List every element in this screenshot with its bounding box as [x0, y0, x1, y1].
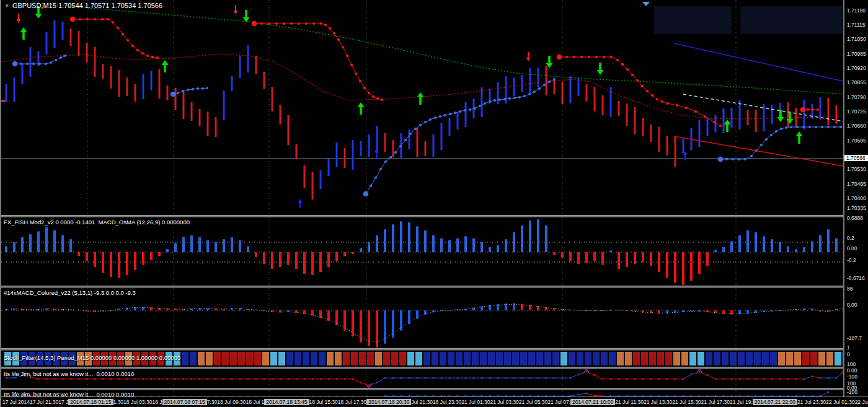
hist-bar [489, 305, 491, 310]
bull-bar [46, 32, 48, 55]
hist-bar [118, 252, 120, 278]
hist-bar [190, 235, 193, 252]
buy-signal-arrow-icon-head [796, 131, 803, 136]
bear-bar [755, 110, 757, 132]
blue-trailing-stop-dot [38, 63, 41, 65]
bear-bar [562, 82, 564, 104]
panel-divider[interactable] [1, 388, 868, 390]
stoch-filter-cell [528, 352, 535, 365]
hist-bar [360, 310, 362, 343]
hist-bar [440, 239, 443, 252]
hist-bar [287, 252, 290, 265]
bear-bar [167, 85, 169, 100]
bull-bar [457, 112, 459, 129]
bull-bar [433, 134, 435, 157]
price-axis-label: 100 [847, 361, 856, 367]
stoch-filter-cell [190, 352, 197, 365]
main-price-panel[interactable]: ▼ GBPUSD,M15 1.70544 1.70571 1.70534 1.7… [1, 0, 843, 215]
bull-bar [62, 22, 64, 40]
trendline[interactable] [674, 136, 843, 166]
bear-bar [264, 72, 265, 89]
red-trailing-stop-dot [312, 22, 315, 25]
hist-bar [376, 235, 378, 252]
bear-bar [836, 105, 838, 124]
bull-bar [352, 140, 354, 170]
hist-bar [142, 252, 144, 265]
bear-bar [118, 70, 120, 97]
bull-bar [151, 71, 153, 90]
stoch-filter-cell [794, 352, 801, 365]
blue-trailing-stop-dot [484, 102, 486, 105]
stoch-filter-cell [786, 352, 793, 365]
blue-trailing-stop-dot [548, 81, 551, 83]
blue-trailing-stop-dot [454, 112, 456, 114]
hist-bar [86, 252, 88, 261]
stoch-filter-cell [520, 352, 527, 365]
hist-bar [263, 310, 265, 311]
symbol-dropdown-icon[interactable]: ▼ [4, 3, 9, 9]
bear-bar [554, 79, 556, 94]
hist-bar [206, 240, 209, 252]
step-line [353, 379, 361, 383]
blue-trailing-stop-dot [821, 126, 823, 128]
red-trailing-stop-dot [141, 52, 144, 55]
hist-bar [392, 224, 394, 252]
time-axis[interactable]: 17 Jul 201417 Jul 21:3017 J2014.07.18 01… [1, 396, 868, 407]
bull-bar [529, 68, 531, 93]
time-axis-label: Jul 21:30 [411, 399, 433, 405]
blue-trailing-stop-dot [192, 88, 194, 90]
blue-trailing-stop-dot [785, 126, 787, 129]
bull-bar [320, 170, 322, 189]
bear-bar [159, 69, 161, 98]
hist-bar [319, 310, 322, 318]
bear-bar [546, 66, 547, 95]
hist-bar [416, 310, 418, 318]
red-trailing-stop-dot [573, 56, 575, 58]
hist-bar [158, 308, 161, 310]
blue-trailing-stop-dot [469, 108, 471, 111]
price-axis[interactable]: 1.711801.711151.710501.709851.709201.708… [843, 0, 868, 396]
stoch-filter-cell [407, 352, 414, 365]
hist-bar [585, 252, 588, 263]
red-trailing-stop-dot [376, 97, 379, 100]
its-life-jim-panel-1[interactable]: Its life Jim, but not as we know it... 0… [1, 369, 843, 388]
panel-divider[interactable] [1, 215, 868, 217]
trendline[interactable] [674, 43, 843, 81]
price-bars [6, 20, 844, 199]
hist-bar [763, 236, 765, 252]
price-axis-label: 1.71050 [847, 36, 866, 42]
hist-bar [150, 252, 153, 260]
panel-divider[interactable] [1, 348, 868, 351]
panel-divider[interactable] [1, 286, 868, 288]
blue-trailing-stop-dot [404, 139, 407, 141]
hist-bar [360, 248, 362, 252]
hist-bar [255, 252, 257, 257]
stoch-filter-cell [625, 352, 632, 365]
red-trailing-stop-dot [94, 18, 96, 20]
panel-divider[interactable] [1, 367, 868, 369]
fx-fish-macd-osma-panel[interactable]: FX_FISH Mod2_v2 0.0000 -0.1401 MACD_OsMA… [1, 217, 843, 286]
hist-bar [771, 239, 773, 252]
scroll-position-triangle-icon[interactable] [642, 2, 650, 6]
blue-trailing-stop-dot [464, 109, 466, 112]
stoch-filter-cell [496, 352, 503, 365]
stoch-filter-cell [254, 352, 261, 365]
stoch-filter-cell [278, 352, 285, 365]
stoch-filter-cell [544, 352, 551, 365]
time-axis-label: 18 Jul 23:30 [433, 399, 461, 405]
red-trailing-stop-dot [694, 110, 697, 113]
macd-colored-panel[interactable]: #14xMACD_Colored_v22 (5,13,1) -9.3 0.0 0… [1, 288, 843, 348]
blue-trailing-stop-dot [389, 156, 392, 159]
step-line [707, 375, 715, 379]
bear-bar [586, 84, 588, 102]
bull-bar [699, 120, 701, 147]
red-trailing-stop-dot [817, 108, 819, 111]
hist-bar [247, 246, 249, 252]
hist-bar [746, 230, 749, 252]
stoch-filter-cell [391, 352, 398, 365]
time-axis-label: 21 Jul 15:30 [672, 399, 701, 405]
stoch-filter-cell [504, 352, 511, 365]
stoch-filter-cell [770, 352, 777, 365]
stoch-filter-panel[interactable]: Stoch_Filter(14,5,3) Period_M15 0.00000 … [1, 351, 843, 367]
blue-trailing-stop-dot [725, 158, 728, 160]
